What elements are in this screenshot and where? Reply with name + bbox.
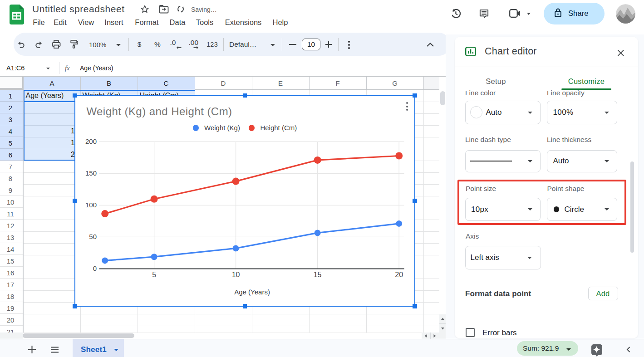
svg-text:15: 15 — [314, 270, 322, 278]
svg-text:150: 150 — [85, 169, 97, 177]
svg-text:100: 100 — [85, 201, 97, 209]
svg-text:5: 5 — [152, 270, 157, 278]
svg-text:0: 0 — [93, 264, 97, 272]
svg-text:200: 200 — [85, 137, 97, 145]
svg-text:20: 20 — [395, 270, 403, 278]
svg-text:10: 10 — [232, 270, 240, 278]
svg-text:Age (Years): Age (Years) — [235, 288, 270, 296]
svg-text:50: 50 — [89, 233, 97, 240]
